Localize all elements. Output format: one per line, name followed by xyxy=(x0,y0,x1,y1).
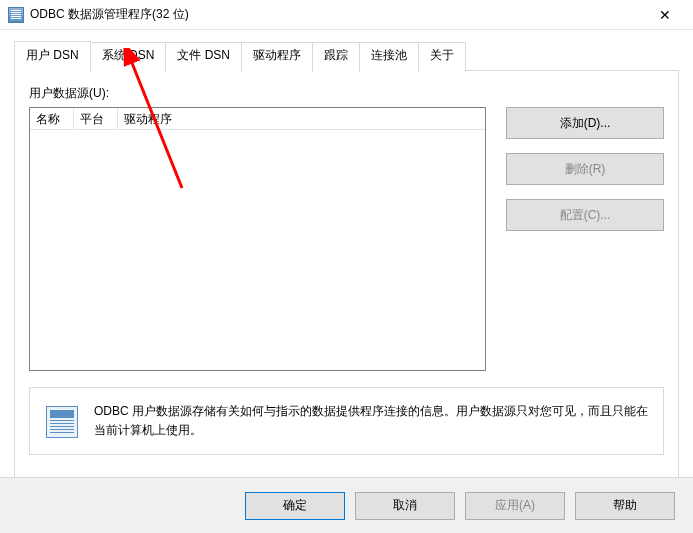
tab-tracing[interactable]: 跟踪 xyxy=(312,42,360,72)
titlebar: ODBC 数据源管理程序(32 位) ✕ xyxy=(0,0,693,30)
list-label: 用户数据源(U): xyxy=(29,85,664,102)
dialog-button-bar: 确定 取消 应用(A) 帮助 xyxy=(0,477,693,533)
ok-button[interactable]: 确定 xyxy=(245,492,345,520)
datasource-icon xyxy=(46,406,78,438)
apply-button: 应用(A) xyxy=(465,492,565,520)
tab-drivers[interactable]: 驱动程序 xyxy=(241,42,313,72)
help-button[interactable]: 帮助 xyxy=(575,492,675,520)
remove-button: 删除(R) xyxy=(506,153,664,185)
app-icon xyxy=(8,7,24,23)
tab-about[interactable]: 关于 xyxy=(418,42,466,72)
cancel-button[interactable]: 取消 xyxy=(355,492,455,520)
add-button[interactable]: 添加(D)... xyxy=(506,107,664,139)
column-driver[interactable]: 驱动程序 xyxy=(118,108,485,129)
column-platform[interactable]: 平台 xyxy=(74,108,118,129)
list-header: 名称 平台 驱动程序 xyxy=(30,108,485,130)
info-text: ODBC 用户数据源存储有关如何与指示的数据提供程序连接的信息。用户数据源只对您… xyxy=(94,402,651,440)
tab-panel: 用户数据源(U): 名称 平台 驱动程序 添加(D)... 删除(R) 配置(C… xyxy=(14,70,679,490)
tab-user-dsn[interactable]: 用户 DSN xyxy=(14,41,91,71)
tab-connection-pooling[interactable]: 连接池 xyxy=(359,42,419,72)
tab-system-dsn[interactable]: 系统 DSN xyxy=(90,42,167,72)
info-box: ODBC 用户数据源存储有关如何与指示的数据提供程序连接的信息。用户数据源只对您… xyxy=(29,387,664,455)
tab-file-dsn[interactable]: 文件 DSN xyxy=(165,42,242,72)
window-title: ODBC 数据源管理程序(32 位) xyxy=(30,6,645,23)
user-data-sources-list[interactable]: 名称 平台 驱动程序 xyxy=(29,107,486,371)
close-button[interactable]: ✕ xyxy=(645,1,685,29)
tab-strip: 用户 DSN 系统 DSN 文件 DSN 驱动程序 跟踪 连接池 关于 xyxy=(14,40,693,70)
column-name[interactable]: 名称 xyxy=(30,108,74,129)
configure-button: 配置(C)... xyxy=(506,199,664,231)
